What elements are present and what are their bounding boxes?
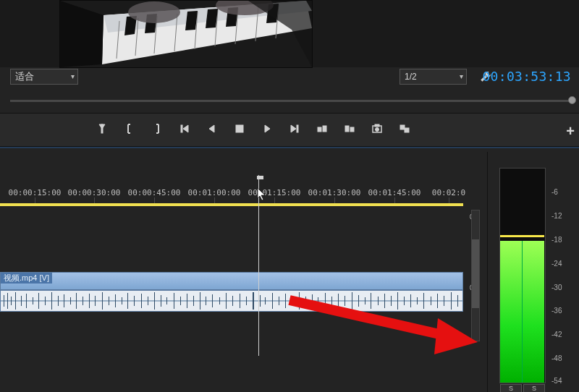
svg-rect-89 [331, 297, 332, 301]
svg-rect-171 [397, 301, 398, 310]
svg-rect-51 [83, 297, 83, 301]
svg-rect-71 [212, 294, 213, 301]
extract-button[interactable] [343, 122, 356, 135]
svg-rect-147 [240, 301, 240, 308]
svg-rect-139 [187, 301, 187, 308]
svg-rect-176 [431, 301, 431, 305]
svg-rect-123 [83, 301, 83, 305]
svg-rect-120 [64, 301, 64, 307]
svg-rect-62 [154, 292, 155, 301]
svg-rect-58 [127, 293, 128, 301]
svg-rect-106 [444, 296, 444, 301]
step-forward-button[interactable] [261, 122, 274, 135]
svg-rect-79 [265, 297, 266, 301]
go-to-out-button[interactable] [288, 122, 301, 135]
lift-button[interactable] [316, 122, 329, 135]
svg-rect-149 [253, 301, 254, 310]
meter-scale-label: -54 [551, 377, 562, 385]
svg-rect-28 [345, 126, 349, 132]
svg-rect-81 [279, 297, 279, 301]
svg-rect-80 [272, 293, 273, 301]
svg-rect-129 [122, 301, 122, 304]
step-back-button[interactable] [206, 122, 219, 135]
in-bracket-button[interactable] [123, 122, 136, 135]
meter-bar-right [523, 241, 544, 383]
svg-rect-101 [410, 294, 411, 301]
svg-rect-157 [305, 301, 306, 305]
mark-in-button[interactable] [96, 122, 109, 135]
monitor-controls-row: 适合 ▾ 1/2 ▾ 00:03:53:13 [0, 68, 579, 90]
playhead[interactable] [258, 175, 259, 356]
ruler-tick: 00:00:45:00 [128, 188, 181, 197]
svg-rect-109 [4, 301, 4, 307]
export-frame-button[interactable] [371, 122, 384, 135]
svg-rect-92 [352, 292, 352, 301]
svg-rect-37 [4, 295, 4, 301]
svg-rect-117 [45, 301, 46, 305]
svg-rect-61 [148, 297, 148, 301]
svg-rect-50 [76, 293, 77, 301]
svg-rect-179 [451, 301, 452, 310]
solo-button-right[interactable]: S [523, 384, 545, 392]
svg-rect-119 [58, 301, 59, 306]
svg-rect-110 [7, 301, 8, 309]
svg-rect-174 [417, 301, 418, 304]
timeline-panel: 00:00:15:00 00:00:30:00 00:00:45:00 00:0… [0, 152, 487, 392]
ruler-tick: 00:00:30:00 [68, 188, 121, 197]
svg-rect-90 [338, 294, 339, 301]
zoom-fit-dropdown[interactable]: 适合 ▾ [10, 69, 78, 85]
playback-resolution-dropdown[interactable]: 1/2 ▾ [400, 69, 467, 85]
svg-rect-25 [297, 125, 298, 132]
scrub-slider[interactable] [0, 93, 579, 111]
svg-rect-146 [232, 301, 233, 306]
work-area-bar[interactable] [0, 203, 463, 206]
svg-rect-148 [246, 301, 247, 305]
meter-bar-left [500, 241, 523, 383]
svg-rect-36 [1, 300, 463, 302]
svg-rect-66 [180, 297, 181, 301]
sequence-duration-timecode[interactable]: 00:03:53:13 [482, 69, 571, 85]
svg-rect-95 [371, 293, 371, 301]
solo-button-left[interactable]: S [500, 384, 522, 392]
svg-rect-45 [45, 297, 46, 301]
timeline-vertical-scrollbar[interactable] [471, 210, 480, 341]
button-editor-add-icon[interactable]: + [566, 123, 575, 140]
ruler-tick: 00:02:0 [432, 188, 465, 197]
svg-rect-40 [15, 292, 16, 301]
svg-rect-153 [279, 301, 279, 305]
svg-rect-44 [38, 293, 39, 301]
svg-rect-175 [423, 301, 424, 309]
svg-rect-76 [246, 297, 247, 301]
svg-rect-77 [253, 292, 254, 301]
svg-rect-105 [437, 294, 438, 301]
video-clip[interactable]: 视频.mp4 [V] [0, 272, 463, 290]
svg-rect-55 [109, 297, 109, 301]
scrollbar-thumb[interactable] [472, 239, 479, 308]
svg-rect-142 [206, 301, 206, 305]
go-to-in-button[interactable] [178, 122, 191, 135]
svg-rect-41 [21, 296, 22, 301]
audio-clip[interactable] [0, 290, 463, 312]
svg-rect-93 [358, 295, 359, 301]
svg-rect-63 [161, 295, 161, 301]
chevron-down-icon: ▾ [460, 70, 466, 83]
meter-scale-label: -36 [551, 307, 562, 315]
insert-button[interactable] [398, 122, 411, 135]
svg-rect-112 [15, 301, 16, 310]
audio-meter-panel: -6 -12 -18 -24 -30 -36 -42 -48 -54 S S [487, 152, 579, 392]
scrub-handle[interactable] [568, 96, 576, 104]
svg-rect-83 [292, 296, 293, 301]
svg-rect-29 [350, 127, 354, 132]
svg-rect-156 [299, 301, 300, 310]
svg-rect-178 [444, 301, 444, 306]
svg-rect-98 [391, 296, 392, 301]
transport-toolbar: + [0, 113, 579, 147]
svg-rect-134 [154, 301, 155, 310]
play-stop-button[interactable] [233, 122, 246, 135]
audio-meter[interactable] [499, 168, 546, 383]
svg-rect-124 [89, 301, 90, 308]
svg-rect-163 [345, 301, 345, 306]
out-bracket-button[interactable] [151, 122, 164, 135]
svg-rect-140 [193, 301, 194, 306]
time-ruler[interactable]: 00:00:15:00 00:00:30:00 00:00:45:00 00:0… [0, 178, 463, 203]
